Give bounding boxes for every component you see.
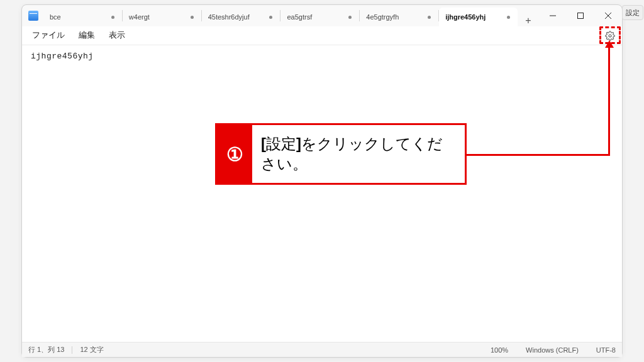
modified-dot-icon [428, 16, 431, 19]
svg-rect-1 [578, 13, 584, 19]
status-right: 100% Windows (CRLF) UTF-8 [491, 346, 616, 354]
tab-strip: bce w4ergt 45teshr6dyjuf ea5gtrsf 4e5gtr… [43, 5, 539, 26]
tab-ea5gtrsf[interactable]: ea5gtrsf [280, 8, 359, 26]
tab-label: ea5gtrsf [287, 13, 345, 21]
menubar: ファイル 編集 表示 [22, 26, 622, 45]
modified-dot-icon [191, 16, 194, 19]
callout-arrow-icon [605, 40, 614, 48]
status-charcount: 12 文字 [80, 345, 103, 354]
callout-number: ① [217, 125, 252, 183]
window-controls [539, 5, 622, 26]
editor-area[interactable]: ijhgre456yhj [22, 45, 622, 342]
tab-label: 4e5gtrgyfh [366, 13, 424, 21]
callout-connector-horizontal [467, 154, 610, 156]
status-left: 行 1、列 13 12 文字 [28, 345, 104, 354]
tab-4e5gtrgyfh[interactable]: 4e5gtrgyfh [360, 8, 438, 26]
status-zoom[interactable]: 100% [491, 346, 508, 354]
maximize-button[interactable] [567, 5, 594, 26]
titlebar: bce w4ergt 45teshr6dyjuf ea5gtrsf 4e5gtr… [22, 5, 622, 26]
instruction-callout: ① [設定]をクリックしてください。 [215, 123, 467, 185]
tab-ijhgre456yhj[interactable]: ijhgre456yhj [439, 8, 518, 26]
minimize-button[interactable] [539, 5, 567, 26]
menu-edit[interactable]: 編集 [72, 28, 101, 43]
menu-view[interactable]: 表示 [103, 28, 131, 43]
tab-label: w4ergt [129, 13, 187, 21]
tab-w4ergt[interactable]: w4ergt [123, 8, 201, 26]
tab-label: ijhgre456yhj [445, 13, 503, 21]
callout-text: [設定]をクリックしてください。 [252, 125, 465, 183]
menu-file[interactable]: ファイル [26, 28, 71, 43]
modified-dot-icon [269, 16, 272, 19]
callout-connector-vertical [608, 45, 610, 156]
gear-icon [605, 31, 615, 41]
status-position: 行 1、列 13 [28, 345, 64, 354]
editor-text: ijhgre456yhj [31, 52, 94, 61]
modified-dot-icon [507, 16, 510, 19]
svg-point-4 [609, 35, 611, 37]
tab-bce[interactable]: bce [43, 8, 122, 26]
modified-dot-icon [348, 16, 352, 19]
minimize-icon [550, 13, 556, 19]
status-eol[interactable]: Windows (CRLF) [526, 346, 579, 354]
tab-45teshr6dyjuf[interactable]: 45teshr6dyjuf [202, 8, 280, 26]
status-encoding[interactable]: UTF-8 [596, 346, 616, 354]
tab-label: 45teshr6dyjuf [208, 13, 266, 21]
modified-dot-icon [111, 16, 114, 19]
settings-tooltip: 設定 [622, 5, 643, 20]
app-icon-wrap [22, 5, 43, 26]
statusbar: 行 1、列 13 12 文字 100% Windows (CRLF) UTF-8 [22, 342, 622, 357]
tab-label: bce [50, 13, 108, 21]
new-tab-button[interactable]: + [518, 15, 539, 26]
notepad-icon [28, 11, 38, 21]
close-icon [605, 13, 611, 19]
status-separator [72, 346, 72, 354]
maximize-icon [577, 13, 584, 19]
close-button[interactable] [594, 5, 622, 26]
